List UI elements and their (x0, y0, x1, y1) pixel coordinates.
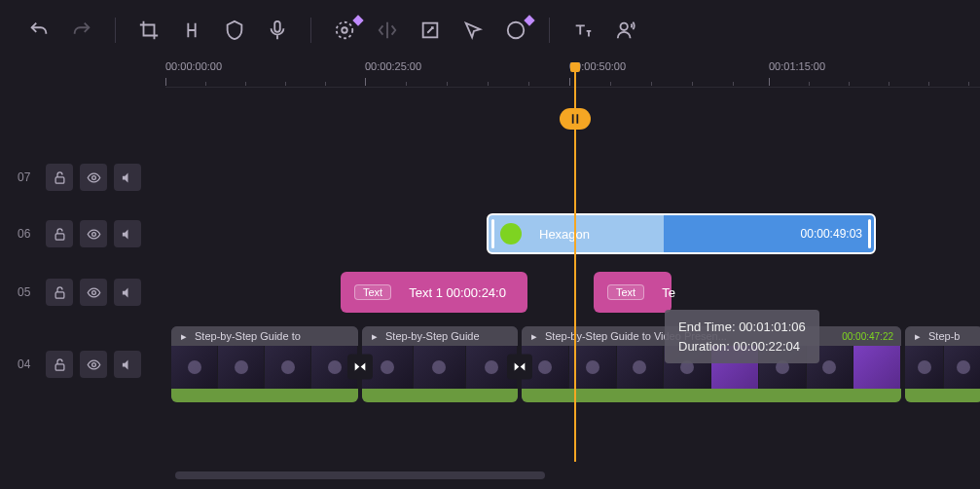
svg-point-11 (91, 290, 95, 294)
track-row: 06 Hexagon 00:00:49:03 (0, 205, 980, 263)
crop-button[interactable] (129, 11, 168, 50)
track-head: 06 (0, 220, 165, 247)
cursor-button[interactable] (454, 11, 492, 50)
svg-rect-6 (55, 176, 64, 182)
track-visibility-button[interactable] (80, 164, 107, 191)
clip-label: Te (662, 285, 675, 300)
text-transform-button[interactable] (563, 11, 602, 50)
clip-duration: 00:00:49:03 (801, 227, 862, 241)
track-row: 05 Text Text 1 00:00:24:0 Text Te (0, 263, 980, 321)
track-number: 07 (18, 170, 39, 184)
track-number: 05 (18, 285, 39, 299)
text-badge: Text (354, 284, 391, 300)
split-button[interactable] (172, 11, 211, 50)
play-icon: ▸ (529, 331, 539, 341)
text-clip[interactable]: Text Text 1 00:00:24:0 (341, 272, 527, 313)
ruler-tick: 00:00:25:00 (365, 60, 421, 72)
mask-button[interactable] (215, 11, 254, 50)
track-visibility-button[interactable] (80, 220, 107, 247)
transition-icon[interactable] (507, 355, 532, 380)
playhead-cap-icon (570, 62, 580, 72)
video-clip[interactable]: ▸Step-by-Step Guide (362, 326, 518, 402)
toolbar (0, 0, 980, 60)
video-clip[interactable]: ▸Step-by-Step Guide to (171, 326, 358, 402)
ruler-tick: 00:00:00:00 (165, 60, 222, 72)
svg-rect-0 (274, 21, 280, 32)
flip-button[interactable] (368, 11, 407, 50)
redo-button[interactable] (62, 11, 101, 50)
clip-title: Step-by-Step Guide to (195, 330, 301, 342)
tracks-area: 07 06 Hexagon 00:00:49:03 05 (0, 105, 980, 407)
horizontal-scrollbar[interactable] (175, 471, 545, 479)
transition-icon[interactable] (347, 355, 373, 380)
track-mute-button[interactable] (114, 164, 141, 191)
toolbar-divider (549, 18, 550, 43)
track-number: 04 (18, 357, 39, 371)
track-lock-button[interactable] (46, 164, 73, 191)
track-lock-button[interactable] (46, 351, 73, 378)
color-button[interactable] (496, 11, 535, 50)
element-clip-selected[interactable]: Hexagon 00:00:49:03 (487, 213, 876, 254)
playhead-marker[interactable] (560, 108, 591, 130)
track-head: 05 (0, 279, 165, 306)
toolbar-divider (115, 18, 116, 43)
clip-title: Step-by-Step Guide (385, 330, 480, 342)
svg-point-2 (342, 27, 347, 33)
track-mute-button[interactable] (114, 279, 141, 306)
clip-title: Step-b (928, 330, 960, 342)
svg-rect-12 (55, 363, 64, 369)
svg-point-5 (621, 23, 628, 30)
track-visibility-button[interactable] (80, 351, 107, 378)
svg-point-9 (91, 232, 95, 236)
svg-point-7 (91, 175, 95, 179)
svg-point-13 (91, 362, 95, 366)
clip-duration: 00:00:47:22 (842, 331, 893, 342)
clip-resize-handle-right[interactable] (868, 219, 871, 248)
svg-rect-10 (55, 291, 64, 297)
speaker-button[interactable] (606, 11, 645, 50)
play-icon: ▸ (179, 331, 189, 341)
video-clip[interactable]: ▸Step-b (905, 326, 980, 402)
clip-label: Hexagon (539, 227, 590, 242)
voiceover-button[interactable] (258, 11, 297, 50)
ruler-tick: 00:01:15:00 (769, 60, 825, 72)
track-visibility-button[interactable] (80, 279, 107, 306)
clip-label: Text 1 00:00:24:0 (409, 285, 506, 300)
auto-button[interactable] (325, 11, 364, 50)
track-row: 07 (0, 105, 980, 205)
track-mute-button[interactable] (114, 351, 141, 378)
play-icon: ▸ (913, 331, 923, 341)
text-badge: Text (607, 284, 644, 300)
track-head: 07 (0, 164, 165, 191)
scale-button[interactable] (411, 11, 450, 50)
track-head: 04 (0, 351, 165, 378)
tooltip-line: Duration: 00:00:22:04 (678, 337, 806, 357)
toolbar-divider (310, 18, 311, 43)
track-lock-button[interactable] (46, 279, 73, 306)
track-mute-button[interactable] (114, 220, 141, 247)
svg-point-1 (337, 22, 353, 39)
tooltip: End Time: 00:01:01:06 Duration: 00:00:22… (665, 310, 819, 363)
track-lock-button[interactable] (46, 220, 73, 247)
playhead[interactable] (574, 62, 576, 462)
track-row: 04 ▸Step-by-Step Guide to ▸Step-by-Step … (0, 321, 980, 407)
undo-button[interactable] (19, 11, 58, 50)
tooltip-line: End Time: 00:01:01:06 (678, 318, 806, 337)
track-number: 06 (18, 227, 39, 241)
text-clip[interactable]: Text Te (594, 272, 671, 313)
clip-resize-handle-left[interactable] (491, 219, 494, 248)
svg-point-4 (508, 22, 525, 39)
play-icon: ▸ (370, 331, 380, 341)
svg-rect-8 (55, 233, 64, 239)
hexagon-shape-icon (500, 223, 522, 244)
